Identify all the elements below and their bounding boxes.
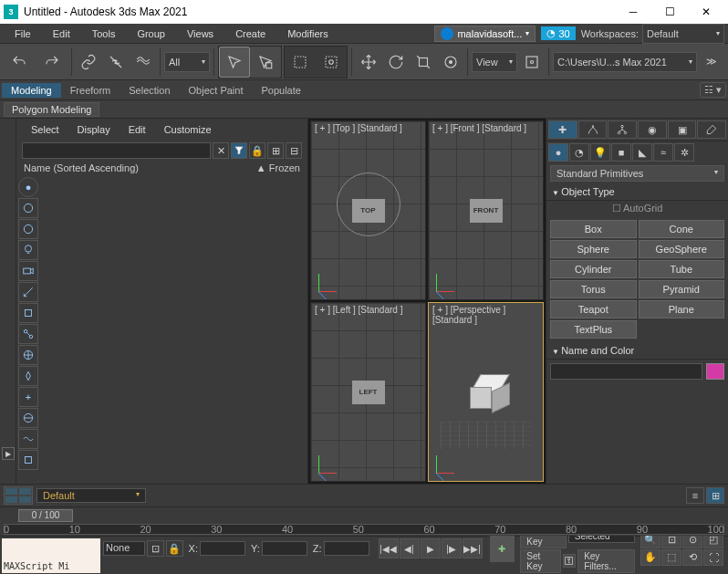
viewcube-perspective[interactable] (468, 374, 504, 411)
primitive-category-dropdown[interactable]: Standard Primitives ▾ (550, 165, 724, 182)
polygon-modeling-panel[interactable]: Polygon Modeling (4, 102, 99, 117)
filter-geometry-icon[interactable] (18, 198, 38, 218)
filter-groups-icon[interactable] (18, 408, 38, 428)
scene-column-header[interactable]: Name (Sorted Ascending) ▲ Frozen (16, 161, 307, 175)
object-type-rollout[interactable]: Object Type (546, 183, 728, 201)
toolbar-overflow-button[interactable]: ≫ (699, 49, 724, 75)
ref-coord-dropdown[interactable]: View▾ (472, 52, 517, 72)
filter-all-icon[interactable]: ● (18, 177, 38, 197)
use-pivot-button[interactable] (519, 49, 545, 75)
filter-bone-icon[interactable] (18, 324, 38, 344)
cone-button[interactable]: Cone (639, 220, 725, 238)
setkey-toggle[interactable]: Set Key (520, 549, 561, 573)
y-input[interactable] (262, 541, 307, 556)
viewcube-left[interactable]: LEFT (352, 381, 385, 404)
hierarchy-tab[interactable] (608, 120, 637, 139)
selection-filter-dropdown[interactable]: All▾ (164, 52, 210, 72)
box-button[interactable]: Box (550, 220, 637, 238)
menu-modifiers[interactable]: Modifiers (276, 28, 339, 39)
bind-spacewarp-button[interactable] (130, 49, 156, 75)
ribbon-freeform-tab[interactable]: Freeform (61, 83, 120, 98)
name-and-color-rollout[interactable]: Name and Color (546, 342, 728, 360)
orbit-button[interactable]: ⟲ (682, 549, 702, 566)
shapes-cat[interactable]: ◔ (569, 143, 589, 162)
layer-stack-button[interactable]: ≡ (686, 487, 704, 504)
workspace-dropdown[interactable]: Default ▾ (642, 24, 724, 44)
minimize-button[interactable]: ─ (615, 0, 651, 24)
key-mode-button[interactable]: ⚿ (563, 554, 576, 568)
view-mode-button-1[interactable]: ⊞ (267, 142, 284, 159)
ribbon-modeling-tab[interactable]: Modeling (2, 83, 61, 98)
expand-strip-button[interactable]: ▶ (2, 447, 15, 460)
maximize-button[interactable]: ☐ (651, 0, 688, 24)
filter-misc-icon[interactable] (18, 450, 38, 470)
selection-set-field[interactable]: None (103, 541, 145, 556)
scene-tab-customize[interactable]: Customize (157, 122, 219, 137)
link-button[interactable] (76, 49, 101, 75)
layer-dropdown[interactable]: Default▾ (36, 488, 146, 503)
scale-button[interactable] (411, 49, 436, 75)
play-button[interactable]: ▶ (421, 538, 441, 558)
filter-xrefs-icon[interactable] (18, 429, 38, 449)
goto-end-button[interactable]: ▶▶| (463, 538, 483, 558)
viewport-left[interactable]: [ + ] [Left ] [Standard ] LEFT (310, 302, 426, 482)
viewport-perspective[interactable]: [ + ] [Perspective ] [Standard ] (428, 302, 544, 482)
close-button[interactable]: ✕ (688, 0, 724, 24)
column-frozen[interactable]: ▲ Frozen (256, 162, 300, 173)
systems-cat[interactable]: ✲ (674, 143, 694, 162)
max-viewport-button[interactable]: ⛶ (703, 549, 723, 566)
lock-selection-button[interactable]: 🔒 (166, 540, 183, 557)
ribbon-objectpaint-tab[interactable]: Object Paint (180, 83, 253, 98)
rect-region-button[interactable] (285, 47, 316, 78)
ribbon-collapse-button[interactable]: ☷ ▾ (700, 82, 726, 98)
tube-button[interactable]: Tube (639, 260, 725, 278)
motion-tab[interactable]: ◉ (638, 120, 667, 139)
scene-tab-edit[interactable]: Edit (121, 122, 153, 137)
viewport-front-label[interactable]: [ + ] [Front ] [Standard ] (432, 123, 526, 133)
cylinder-button[interactable]: Cylinder (550, 260, 637, 278)
layer-tree-button[interactable]: ⊞ (706, 487, 724, 504)
x-input[interactable] (200, 541, 245, 556)
pyramid-button[interactable]: Pyramid (639, 280, 725, 298)
viewport-left-label[interactable]: [ + ] [Left ] [Standard ] (315, 305, 402, 315)
teapot-button[interactable]: Teapot (550, 300, 637, 318)
lock-button[interactable]: 🔒 (249, 142, 265, 159)
textplus-button[interactable]: TextPlus (550, 320, 637, 339)
window-crossing-button[interactable] (316, 47, 347, 78)
filter-helpers-icon[interactable] (18, 282, 38, 302)
cameras-cat[interactable]: ■ (611, 143, 631, 162)
geosphere-button[interactable]: GeoSphere (639, 240, 725, 258)
menu-file[interactable]: File (4, 28, 42, 39)
menu-views[interactable]: Views (176, 28, 224, 39)
modify-tab[interactable] (578, 120, 608, 139)
helpers-cat[interactable]: ◣ (632, 143, 652, 162)
viewcube-top[interactable]: TOP (352, 199, 385, 223)
menu-create[interactable]: Create (224, 28, 276, 39)
geometry-cat[interactable]: ● (548, 143, 568, 162)
filter-frozen-icon[interactable] (18, 366, 38, 386)
viewport-front[interactable]: [ + ] [Front ] [Standard ] FRONT (428, 120, 544, 300)
undo-button[interactable] (4, 47, 35, 78)
filter-toggle-button[interactable] (231, 142, 247, 159)
scene-tab-display[interactable]: Display (70, 122, 118, 137)
rotate-button[interactable] (383, 49, 409, 75)
viewport-layout-button[interactable] (4, 486, 33, 505)
autosave-timer[interactable]: ◔ 30 (541, 26, 575, 40)
walk-button[interactable]: ⬚ (661, 549, 681, 566)
display-tab[interactable]: ▣ (668, 120, 697, 139)
view-mode-button-2[interactable]: ⊟ (286, 142, 302, 159)
scene-search-input[interactable] (22, 142, 211, 159)
lights-cat[interactable]: 💡 (590, 143, 610, 162)
move-button[interactable] (356, 49, 381, 75)
maxscript-listener[interactable]: MAXScript Mi (2, 538, 100, 573)
filter-hidden-icon[interactable]: + (18, 387, 38, 407)
menu-group[interactable]: Group (126, 28, 176, 39)
select-object-button[interactable] (219, 47, 250, 78)
key-filters-button[interactable]: Key Filters... (577, 549, 635, 573)
viewcube-front[interactable]: FRONT (470, 199, 503, 223)
autogrid-checkbox[interactable]: AutoGrid (546, 201, 728, 216)
redo-button[interactable] (36, 47, 68, 78)
spacewarps-cat[interactable]: ≈ (653, 143, 673, 162)
select-by-name-button[interactable] (250, 47, 281, 78)
timeline[interactable]: 0 / 100 0102030405060708090100 (0, 506, 728, 536)
